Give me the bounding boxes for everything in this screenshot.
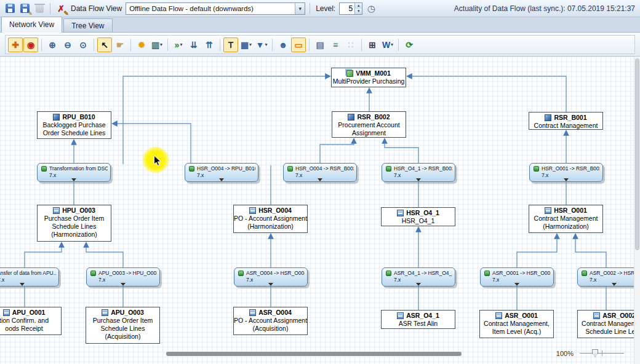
align-grid-icon: ✚: [12, 40, 19, 50]
collapse-handle-icon[interactable]: [20, 283, 25, 286]
grid-table-icon[interactable]: ⊞: [365, 38, 380, 52]
node-APU_O003[interactable]: APU_O003Purchase Order ItemSchedule Line…: [86, 307, 160, 344]
transformation-hsr-o004-rpu-b010[interactable]: HSR_O004 -> RPU_B0107.x: [185, 163, 258, 182]
layout-columns-icon-caret[interactable]: ▾: [160, 42, 162, 47]
transformation-asr-o002-hsr-o002[interactable]: ASR_O002 -> HSR_O0027.x: [577, 267, 640, 287]
node-id: VMM_M001: [356, 69, 391, 77]
node-RSR_B002[interactable]: RSR_B002Procurement AccountAssignment: [332, 111, 406, 138]
save-as-icon[interactable]: ✎: [18, 2, 31, 15]
collapse-handle-icon[interactable]: [121, 283, 126, 286]
run-icon[interactable]: »▾: [171, 38, 186, 52]
run-icon-caret[interactable]: ▾: [180, 42, 182, 47]
transformation-asr-o001-hsr-o001[interactable]: ASR_O001 -> HSR_O0017.x: [480, 267, 554, 287]
anchor-icon[interactable]: ◉: [23, 38, 38, 52]
collapse-handle-icon[interactable]: [612, 283, 617, 286]
collapse-handle-icon[interactable]: [71, 178, 76, 181]
level-up-icon[interactable]: ▲: [355, 3, 362, 9]
collapse-handle-icon[interactable]: [219, 178, 224, 181]
node-HSR_O001[interactable]: HSR_O001Contract Management(Harmonizatio…: [529, 205, 603, 233]
node-HPU_O003[interactable]: HPU_O003Purchase Order ItemSchedule Line…: [37, 205, 111, 242]
node-RPU_B010[interactable]: RPU_B010Backlogged PurchaseOrder Schedul…: [37, 111, 111, 139]
table-view-icon-caret[interactable]: ▾: [249, 42, 252, 47]
pan-mode-icon[interactable]: ☛: [113, 38, 127, 52]
toolbar-separator: [94, 39, 94, 51]
node-RSR_B001[interactable]: RSR_B001Contract Management: [529, 112, 603, 130]
zoom-out-icon[interactable]: ⊖: [60, 38, 75, 52]
node-title: HSR_O004: [234, 207, 307, 215]
transformation-icon: [90, 271, 96, 276]
edit-data-flow-icon[interactable]: ✗✎: [55, 2, 67, 15]
node-description-line: (Harmonization): [234, 223, 307, 231]
node-title: RSR_B002: [332, 113, 406, 121]
data-flow-select[interactable]: Offline Data Flow - default (downwards) …: [126, 2, 305, 15]
highlight-effect-icon[interactable]: ✹: [134, 38, 149, 52]
transformation-apu-o003-hpu-o003[interactable]: APU_O003 -> HPU_O0037.x: [86, 267, 160, 287]
transformation-icon: [238, 271, 244, 276]
transformation-version: 7.x: [542, 172, 600, 179]
horizontal-scrollbar-thumb[interactable]: [166, 352, 462, 356]
chevron-down-icon[interactable]: ▾: [295, 3, 305, 14]
dso-icon: [545, 207, 551, 214]
tab-network-view[interactable]: Network View: [1, 17, 62, 32]
node-ASR_O4_1[interactable]: ASR_O4_1ASR Test Alin: [381, 310, 455, 329]
transformation-transformation-from-dso-hp-[interactable]: Transformation from DSO HP...7.x: [37, 163, 111, 182]
save-icon[interactable]: [4, 2, 16, 15]
diagram-toolbar: ✚◉⊕⊖⊙↖☛✹▥▾»▾⇊⇈T▦▾▼▾☻▭▤≡∷⊞W▾⟳: [5, 35, 635, 54]
filter-icon-caret[interactable]: ▾: [265, 42, 267, 47]
collapse-handle-icon[interactable]: [416, 178, 421, 181]
collapse-handle-icon[interactable]: [318, 178, 322, 181]
table-view-icon[interactable]: ▦▾: [239, 38, 254, 52]
transformation-hsr-o004-rsr-b002[interactable]: HSR_O004 -> RSR_B0027.x: [283, 163, 357, 182]
layout-columns-icon[interactable]: ▥▾: [150, 38, 164, 52]
frame-icon[interactable]: ▭: [291, 38, 306, 52]
node-HSR_O4_1[interactable]: HSR_O4_1HSR_O4_1: [381, 207, 455, 226]
node-VMM_M001[interactable]: VMM_M001MultiProvider Purchasing: [331, 68, 406, 87]
node-ASR_O002[interactable]: ASR_O002Contract Management,Schedule Lin…: [577, 310, 640, 338]
text-mode-icon[interactable]: T: [223, 38, 238, 52]
select-mode-icon[interactable]: ↖: [97, 38, 112, 52]
node-APU_O001[interactable]: APU_O001tion Confirm. andoods Receipt: [0, 307, 62, 335]
zoom-in-icon[interactable]: ⊕: [45, 38, 60, 52]
vertical-scrollbar[interactable]: [634, 57, 640, 364]
diagram-canvas[interactable]: VMM_M001MultiProvider PurchasingRPU_B010…: [0, 57, 640, 364]
zoom-100-icon[interactable]: ⊙: [76, 38, 90, 52]
filter-icon[interactable]: ▼▾: [254, 38, 269, 52]
dso-icon: [593, 312, 600, 319]
tab-tree-view[interactable]: Tree View: [63, 18, 112, 32]
collapse-handle-icon[interactable]: [514, 283, 519, 286]
node-ASR_O004[interactable]: ASR_O004PO - Account Assignment(Acquisit…: [233, 307, 308, 335]
node-description-line: ASR Test Alin: [382, 320, 455, 328]
vertical-scrollbar-thumb[interactable]: [635, 58, 639, 250]
node-ASR_O001[interactable]: ASR_O001Contract Management,Item Level (…: [479, 310, 554, 338]
align-grid-icon[interactable]: ✚: [8, 38, 23, 52]
transformation-ansfer-of-data-from-apu-[interactable]: ansfer of data from APU...7.x: [0, 267, 59, 287]
table-view-icon: ▦: [241, 40, 249, 50]
layers-icon[interactable]: ≡: [328, 38, 343, 52]
transformation-asr-o4-1-hsr-o4-1[interactable]: ASR_O4_1 -> HSR_O4_17.x: [382, 267, 455, 287]
transformation-hsr-o001-rsr-b001[interactable]: HSR_O001 -> RSR_B0017.x: [529, 163, 603, 182]
clock-icon[interactable]: ◷: [365, 2, 377, 15]
main-toolbar: ✎ ✗✎ Data Flow View Offline Data Flow - …: [0, 0, 640, 17]
level-down-icon[interactable]: ▼: [355, 9, 362, 14]
transformation-icon: [484, 271, 490, 276]
word-export-icon[interactable]: W▾: [380, 38, 395, 52]
level-spinner[interactable]: 5 ▲▼: [339, 2, 362, 15]
node-HSR_O004[interactable]: HSR_O004PO - Account Assignment(Harmoniz…: [233, 205, 308, 233]
zoom-slider-thumb[interactable]: [592, 349, 598, 357]
collapse-all-icon[interactable]: ⇊: [186, 38, 201, 52]
expand-all-icon[interactable]: ⇈: [202, 38, 217, 52]
node-description-line: oods Receipt: [0, 325, 61, 333]
refresh-icon: ⟳: [406, 40, 413, 50]
refresh-icon[interactable]: ⟳: [402, 38, 417, 52]
collapse-handle-icon[interactable]: [268, 283, 273, 286]
collapse-handle-icon[interactable]: [416, 283, 421, 286]
users-icon[interactable]: ☻: [276, 38, 290, 52]
collapse-handle-icon[interactable]: [564, 178, 569, 181]
print-icon[interactable]: ▤: [313, 38, 327, 52]
transformation-hsr-o4-1-rsr-b002[interactable]: HSR_O4_1 -> RSR_B0027.x: [382, 163, 455, 182]
node-description-line: HSR_O4_1: [382, 217, 455, 225]
word-export-icon-caret[interactable]: ▾: [391, 42, 393, 47]
cube-icon: [348, 114, 354, 121]
transformation-asr-o004-hsr-o004[interactable]: ASR_O004 -> HSR_O0047.x: [234, 267, 308, 287]
zoom-slider[interactable]: [580, 349, 624, 358]
